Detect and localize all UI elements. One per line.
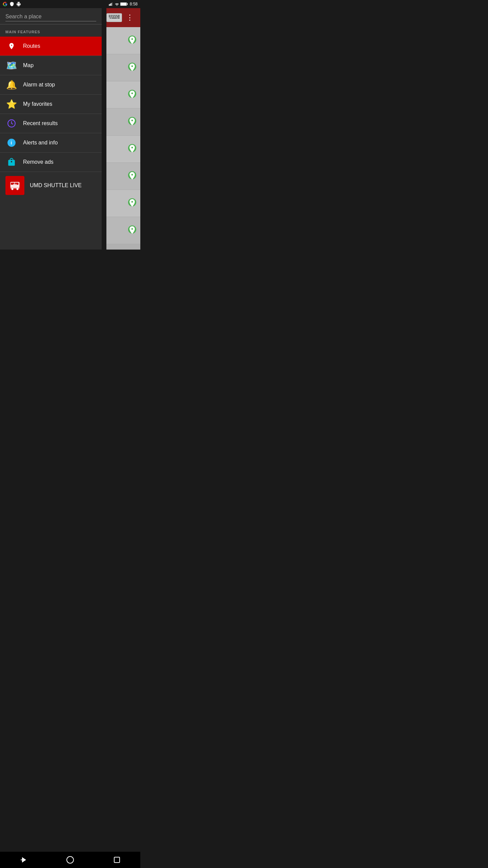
svg-rect-16 — [115, 16, 116, 17]
svg-rect-5 — [127, 3, 127, 5]
map-label: Map — [23, 62, 34, 68]
signal-icon — [109, 2, 114, 6]
status-bar-right: 8:58 — [109, 2, 138, 6]
map-list-item-8[interactable] — [106, 217, 140, 244]
map-pin-icon — [127, 225, 138, 236]
alerts-label: Alerts and info — [23, 140, 58, 146]
svg-point-37 — [12, 188, 14, 190]
map-pin-icon — [127, 90, 138, 100]
keyboard-hint — [106, 13, 122, 22]
more-options-button[interactable]: ⋮ — [123, 11, 136, 25]
bus-icon — [9, 179, 21, 192]
status-bar-left — [3, 2, 21, 6]
svg-rect-20 — [117, 18, 120, 19]
svg-rect-14 — [111, 16, 113, 17]
section-header-main-features: MAIN FEATURES — [0, 24, 102, 37]
removeads-label: Remove ads — [23, 159, 54, 165]
map-list-item-2[interactable] — [106, 54, 140, 81]
sidebar-item-alarm[interactable]: 🔔 Alarm at stop — [0, 75, 102, 94]
search-container — [0, 8, 102, 24]
svg-point-39 — [14, 184, 15, 185]
svg-text:R: R — [11, 43, 13, 46]
app-screen: 8:58 — [0, 0, 140, 250]
time-display: 8:58 — [130, 2, 138, 6]
recent-label: Recent results — [23, 120, 58, 126]
svg-rect-15 — [113, 16, 114, 17]
map-list-item-3[interactable] — [106, 81, 140, 108]
svg-rect-11 — [116, 15, 117, 16]
map-list-item-5[interactable] — [106, 136, 140, 163]
svg-rect-1 — [110, 4, 110, 6]
sidebar-item-removeads[interactable]: Remove ads — [0, 153, 102, 172]
svg-rect-9 — [113, 15, 114, 16]
svg-rect-7 — [109, 15, 110, 16]
routes-label: Routes — [23, 43, 40, 49]
routes-icon: R — [5, 40, 18, 52]
removeads-icon — [5, 156, 18, 168]
wifi-icon — [115, 2, 119, 6]
status-bar: 8:58 — [0, 0, 140, 8]
map-list-item-1[interactable] — [106, 27, 140, 54]
umd-icon — [5, 176, 24, 195]
svg-text:i: i — [11, 140, 12, 145]
map-list-item-7[interactable] — [106, 190, 140, 217]
favorites-label: My favorites — [23, 101, 52, 107]
svg-point-38 — [17, 188, 19, 190]
sidebar-item-recent[interactable]: Recent results — [0, 114, 102, 133]
keyboard-icon — [109, 15, 120, 20]
map-pin-icon — [127, 62, 138, 73]
drawer-panel: MAIN FEATURES R Routes 🗺️ Map — [0, 8, 102, 250]
sidebar-item-alerts[interactable]: i Alerts and info — [0, 133, 102, 152]
sidebar-item-map[interactable]: 🗺️ Map — [0, 56, 102, 75]
svg-rect-6 — [121, 3, 126, 6]
alarm-icon: 🔔 — [5, 79, 18, 91]
svg-rect-19 — [111, 18, 117, 19]
svg-rect-13 — [109, 16, 110, 17]
right-map-list — [106, 27, 140, 244]
svg-rect-3 — [111, 3, 112, 6]
map-pin-icon — [127, 171, 138, 182]
svg-rect-0 — [109, 4, 109, 6]
svg-rect-35 — [15, 183, 19, 185]
clock-icon — [7, 119, 16, 128]
svg-rect-2 — [111, 3, 111, 6]
favorites-icon: ⭐ — [5, 98, 18, 110]
right-panel-header: ⋮ — [106, 8, 140, 27]
battery-icon — [120, 2, 128, 6]
shield-icon — [9, 2, 14, 6]
android-icon — [16, 2, 21, 6]
search-input[interactable] — [5, 12, 96, 21]
recent-icon — [5, 117, 18, 130]
svg-rect-8 — [110, 15, 112, 16]
route-symbol: R — [8, 42, 15, 50]
map-list-item-6[interactable] — [106, 163, 140, 190]
map-pin-icon — [127, 117, 138, 127]
map-icon: 🗺️ — [5, 59, 18, 72]
svg-rect-10 — [114, 15, 116, 16]
alerts-icon: i — [5, 137, 18, 149]
sidebar-item-favorites[interactable]: ⭐ My favorites — [0, 95, 102, 114]
main-content: ⋮ — [0, 8, 140, 250]
umd-label: UMD SHUTTLE LIVE — [30, 182, 82, 189]
shopping-icon — [7, 158, 16, 166]
google-icon — [3, 2, 7, 6]
svg-rect-12 — [118, 15, 120, 16]
svg-rect-17 — [117, 16, 120, 17]
right-panel: ⋮ — [106, 8, 140, 250]
map-pin-icon — [127, 35, 138, 46]
sidebar-item-umd-shuttle[interactable]: UMD SHUTTLE LIVE — [0, 172, 102, 199]
map-list-item-4[interactable] — [106, 108, 140, 136]
sidebar-item-routes[interactable]: R Routes — [0, 37, 102, 56]
alarm-label: Alarm at stop — [23, 82, 55, 88]
svg-rect-18 — [110, 18, 111, 19]
map-pin-icon — [127, 198, 138, 209]
info-icon: i — [7, 138, 16, 147]
map-pin-icon — [127, 144, 138, 155]
svg-point-40 — [16, 184, 17, 185]
